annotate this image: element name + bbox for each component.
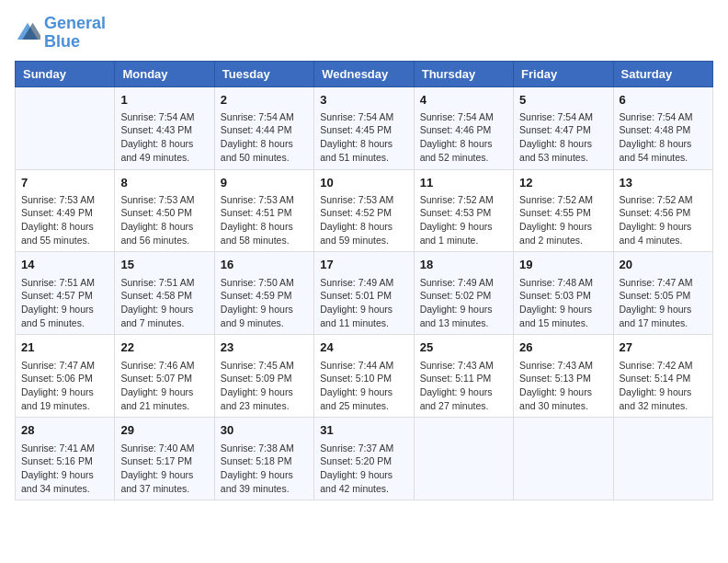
day-number: 23: [221, 339, 308, 356]
day-info: Sunrise: 7:41 AM Sunset: 5:16 PM Dayligh…: [21, 442, 108, 496]
day-info: Sunrise: 7:53 AM Sunset: 4:50 PM Dayligh…: [120, 193, 208, 247]
day-info: Sunrise: 7:54 AM Sunset: 4:45 PM Dayligh…: [320, 110, 407, 165]
header-day-tuesday: Tuesday: [214, 61, 313, 86]
calendar-cell: 12Sunrise: 7:52 AM Sunset: 4:55 PM Dayli…: [514, 169, 613, 252]
calendar-cell: 23Sunrise: 7:45 AM Sunset: 5:09 PM Dayli…: [214, 335, 313, 418]
calendar-cell: 6Sunrise: 7:54 AM Sunset: 4:48 PM Daylig…: [613, 86, 712, 169]
week-row-0: 1Sunrise: 7:54 AM Sunset: 4:43 PM Daylig…: [16, 86, 713, 169]
day-number: 11: [420, 175, 507, 191]
day-number: 27: [620, 339, 707, 356]
day-number: 14: [21, 257, 108, 273]
calendar-cell: 9Sunrise: 7:53 AM Sunset: 4:51 PM Daylig…: [214, 169, 313, 252]
day-number: 9: [221, 175, 308, 191]
day-info: Sunrise: 7:54 AM Sunset: 4:48 PM Dayligh…: [620, 110, 707, 165]
day-info: Sunrise: 7:54 AM Sunset: 4:43 PM Dayligh…: [120, 110, 208, 165]
calendar-cell: 13Sunrise: 7:52 AM Sunset: 4:56 PM Dayli…: [613, 169, 712, 252]
day-number: 16: [221, 257, 308, 273]
day-number: 10: [320, 175, 407, 191]
day-info: Sunrise: 7:51 AM Sunset: 4:57 PM Dayligh…: [21, 276, 108, 330]
day-number: 12: [519, 175, 607, 191]
calendar-cell: 26Sunrise: 7:43 AM Sunset: 5:13 PM Dayli…: [514, 335, 613, 418]
day-number: 13: [620, 175, 707, 191]
day-info: Sunrise: 7:49 AM Sunset: 5:02 PM Dayligh…: [420, 276, 507, 330]
calendar-cell: 29Sunrise: 7:40 AM Sunset: 5:17 PM Dayli…: [115, 418, 214, 500]
day-info: Sunrise: 7:43 AM Sunset: 5:11 PM Dayligh…: [420, 359, 507, 413]
week-row-1: 7Sunrise: 7:53 AM Sunset: 4:49 PM Daylig…: [16, 169, 713, 252]
calendar-cell: 7Sunrise: 7:53 AM Sunset: 4:49 PM Daylig…: [16, 169, 115, 252]
day-number: 5: [519, 92, 607, 109]
day-info: Sunrise: 7:47 AM Sunset: 5:05 PM Dayligh…: [620, 276, 707, 330]
day-number: 19: [519, 257, 607, 273]
calendar-cell: 27Sunrise: 7:42 AM Sunset: 5:14 PM Dayli…: [613, 335, 712, 418]
day-info: Sunrise: 7:54 AM Sunset: 4:46 PM Dayligh…: [420, 110, 507, 165]
logo-text2: Blue: [44, 33, 106, 52]
day-info: Sunrise: 7:49 AM Sunset: 5:01 PM Dayligh…: [320, 276, 407, 330]
calendar-cell: 20Sunrise: 7:47 AM Sunset: 5:05 PM Dayli…: [613, 252, 712, 335]
day-info: Sunrise: 7:53 AM Sunset: 4:49 PM Dayligh…: [21, 193, 108, 247]
week-row-2: 14Sunrise: 7:51 AM Sunset: 4:57 PM Dayli…: [16, 252, 713, 335]
day-info: Sunrise: 7:47 AM Sunset: 5:06 PM Dayligh…: [21, 359, 108, 413]
page-header: General Blue: [15, 15, 713, 52]
calendar-cell: 28Sunrise: 7:41 AM Sunset: 5:16 PM Dayli…: [16, 418, 115, 500]
calendar-cell: [414, 418, 513, 500]
day-number: 24: [320, 339, 407, 356]
header-day-friday: Friday: [514, 61, 613, 86]
day-number: 1: [120, 92, 208, 109]
logo: General Blue: [15, 15, 106, 52]
calendar-cell: 21Sunrise: 7:47 AM Sunset: 5:06 PM Dayli…: [16, 335, 115, 418]
calendar-cell: 11Sunrise: 7:52 AM Sunset: 4:53 PM Dayli…: [414, 169, 513, 252]
week-row-4: 28Sunrise: 7:41 AM Sunset: 5:16 PM Dayli…: [16, 418, 713, 500]
day-info: Sunrise: 7:48 AM Sunset: 5:03 PM Dayligh…: [519, 276, 607, 330]
day-number: 22: [120, 339, 208, 356]
day-number: 28: [21, 422, 108, 439]
calendar-cell: 15Sunrise: 7:51 AM Sunset: 4:58 PM Dayli…: [115, 252, 214, 335]
logo-icon: [15, 20, 40, 46]
calendar-cell: 18Sunrise: 7:49 AM Sunset: 5:02 PM Dayli…: [414, 252, 513, 335]
day-info: Sunrise: 7:40 AM Sunset: 5:17 PM Dayligh…: [120, 442, 208, 496]
day-info: Sunrise: 7:37 AM Sunset: 5:20 PM Dayligh…: [320, 442, 407, 496]
calendar-cell: [613, 418, 712, 500]
calendar-cell: [514, 418, 613, 500]
calendar-table: SundayMondayTuesdayWednesdayThursdayFrid…: [15, 61, 713, 501]
calendar-cell: 1Sunrise: 7:54 AM Sunset: 4:43 PM Daylig…: [115, 86, 214, 169]
calendar-cell: 24Sunrise: 7:44 AM Sunset: 5:10 PM Dayli…: [314, 335, 414, 418]
calendar-cell: [16, 86, 115, 169]
day-info: Sunrise: 7:38 AM Sunset: 5:18 PM Dayligh…: [221, 442, 308, 496]
calendar-cell: 14Sunrise: 7:51 AM Sunset: 4:57 PM Dayli…: [16, 252, 115, 335]
calendar-body: 1Sunrise: 7:54 AM Sunset: 4:43 PM Daylig…: [16, 86, 713, 500]
day-number: 26: [519, 339, 607, 356]
calendar-cell: 19Sunrise: 7:48 AM Sunset: 5:03 PM Dayli…: [514, 252, 613, 335]
calendar-cell: 4Sunrise: 7:54 AM Sunset: 4:46 PM Daylig…: [414, 86, 513, 169]
calendar-cell: 8Sunrise: 7:53 AM Sunset: 4:50 PM Daylig…: [115, 169, 214, 252]
calendar-cell: 30Sunrise: 7:38 AM Sunset: 5:18 PM Dayli…: [214, 418, 313, 500]
day-info: Sunrise: 7:54 AM Sunset: 4:44 PM Dayligh…: [221, 110, 308, 165]
day-number: 29: [120, 422, 208, 439]
header-day-saturday: Saturday: [613, 61, 712, 86]
day-number: 25: [420, 339, 507, 356]
logo-text: General: [44, 15, 106, 33]
week-row-3: 21Sunrise: 7:47 AM Sunset: 5:06 PM Dayli…: [16, 335, 713, 418]
day-info: Sunrise: 7:54 AM Sunset: 4:47 PM Dayligh…: [519, 110, 607, 165]
day-number: 8: [120, 175, 208, 191]
calendar-cell: 3Sunrise: 7:54 AM Sunset: 4:45 PM Daylig…: [314, 86, 414, 169]
day-info: Sunrise: 7:50 AM Sunset: 4:59 PM Dayligh…: [221, 276, 308, 330]
day-info: Sunrise: 7:44 AM Sunset: 5:10 PM Dayligh…: [320, 359, 407, 413]
calendar-cell: 25Sunrise: 7:43 AM Sunset: 5:11 PM Dayli…: [414, 335, 513, 418]
header-day-thursday: Thursday: [414, 61, 513, 86]
calendar-cell: 2Sunrise: 7:54 AM Sunset: 4:44 PM Daylig…: [214, 86, 313, 169]
day-number: 30: [221, 422, 308, 439]
day-number: 18: [420, 257, 507, 273]
day-number: 21: [21, 339, 108, 356]
calendar-header: SundayMondayTuesdayWednesdayThursdayFrid…: [16, 61, 713, 86]
day-info: Sunrise: 7:42 AM Sunset: 5:14 PM Dayligh…: [620, 359, 707, 413]
day-info: Sunrise: 7:52 AM Sunset: 4:53 PM Dayligh…: [420, 193, 507, 247]
calendar-cell: 22Sunrise: 7:46 AM Sunset: 5:07 PM Dayli…: [115, 335, 214, 418]
calendar-cell: 10Sunrise: 7:53 AM Sunset: 4:52 PM Dayli…: [314, 169, 414, 252]
day-number: 4: [420, 92, 507, 109]
day-number: 20: [620, 257, 707, 273]
header-day-monday: Monday: [115, 61, 214, 86]
day-info: Sunrise: 7:53 AM Sunset: 4:51 PM Dayligh…: [221, 193, 308, 247]
calendar-cell: 5Sunrise: 7:54 AM Sunset: 4:47 PM Daylig…: [514, 86, 613, 169]
header-day-sunday: Sunday: [16, 61, 115, 86]
header-day-wednesday: Wednesday: [314, 61, 414, 86]
